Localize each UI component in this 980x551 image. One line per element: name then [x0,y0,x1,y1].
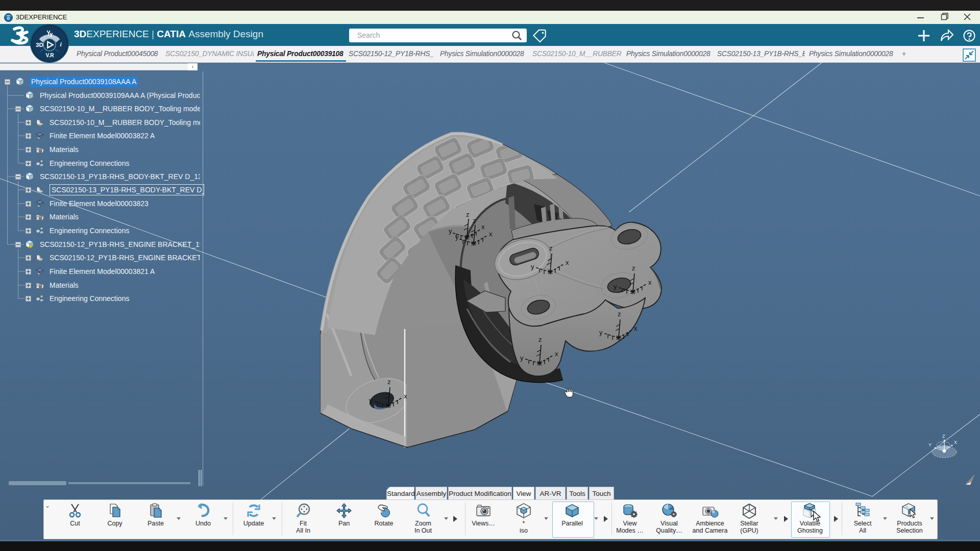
svg-text:Y: Y [928,442,932,447]
svg-text:Z: Z [942,434,945,439]
svg-text:y: y [455,233,459,241]
svg-text:z: z [387,378,391,386]
svg-text:V.R: V.R [46,53,55,58]
svg-text:y: y [599,329,603,336]
svg-text:x: x [489,230,493,238]
svg-text:y: y [531,263,534,270]
svg-text:x: x [481,223,485,231]
svg-text:z: z [538,336,542,343]
svg-text:z: z [618,310,621,318]
svg-text:z: z [632,264,635,272]
svg-text:x: x [555,350,558,358]
svg-text:x: x [404,392,407,400]
svg-text:X: X [954,440,957,445]
svg-text:x: x [566,259,569,266]
svg-text:z: z [473,217,476,224]
svg-text:y: y [369,396,373,404]
svg-text:y: y [614,283,617,290]
svg-text:y: y [520,354,524,362]
svg-text:3D: 3D [36,41,43,48]
svg-text:y: y [449,227,452,235]
svg-text:x: x [634,324,638,332]
svg-text:x: x [648,279,652,286]
svg-text:z: z [466,211,470,218]
svg-text:z: z [549,244,553,252]
